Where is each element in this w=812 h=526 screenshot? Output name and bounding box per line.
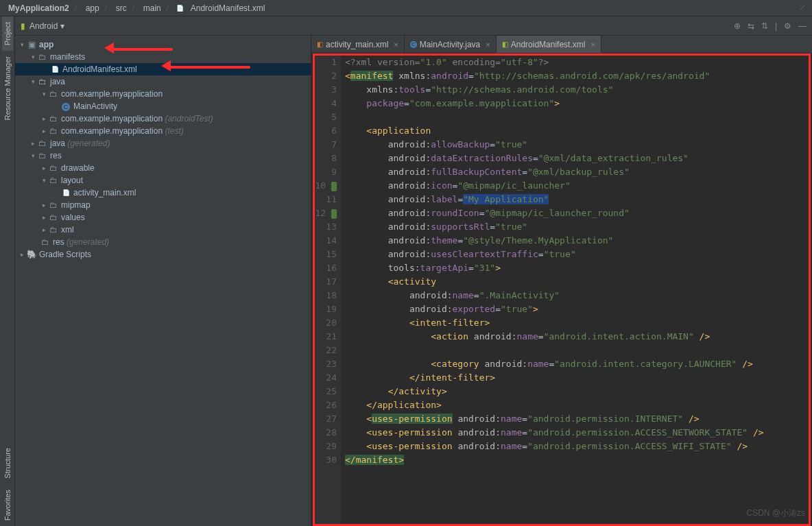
code-line[interactable]: <manifest xmlns:android="http://schemas.… xyxy=(345,69,809,83)
code-line[interactable] xyxy=(345,344,809,357)
code-line[interactable]: <uses-permission android:name="android.p… xyxy=(345,426,809,440)
line-number[interactable]: 27 xyxy=(315,412,337,426)
tree-node-manifests[interactable]: ▾🗀manifests xyxy=(15,51,311,63)
line-number[interactable]: 20 xyxy=(315,316,337,330)
line-number[interactable]: 9 xyxy=(315,165,337,179)
code-line[interactable]: android:usesCleartextTraffic="true" xyxy=(345,248,809,261)
code-line[interactable]: </manifest> xyxy=(345,453,809,467)
code-area[interactable]: <?xml version="1.0" encoding="utf-8"?><m… xyxy=(341,56,809,524)
line-number[interactable]: 17 xyxy=(315,275,337,289)
tree-node-mipmap[interactable]: ▸🗀mipmap xyxy=(15,199,311,211)
tree-node-gradle-scripts[interactable]: ▸🐘Gradle Scripts xyxy=(15,248,311,261)
line-number[interactable]: 15 xyxy=(315,248,337,261)
code-line[interactable]: android:allowBackup="true" xyxy=(345,138,809,152)
tree-node-java-generated[interactable]: ▸🗀java (generated) xyxy=(15,137,311,150)
code-line[interactable]: android:label="My Application" xyxy=(345,193,809,206)
side-tab-structure[interactable]: Structure xyxy=(2,442,13,484)
line-number[interactable]: 26 xyxy=(315,398,337,412)
line-number[interactable]: 22 xyxy=(315,344,337,357)
line-number[interactable]: 14 xyxy=(315,234,337,248)
code-line[interactable]: </application> xyxy=(345,398,809,412)
close-icon[interactable]: × xyxy=(590,40,595,49)
line-number[interactable]: 7 xyxy=(315,138,337,152)
tree-node-package-androidtest[interactable]: ▸🗀com.example.myapplication (androidTest… xyxy=(15,112,311,125)
line-number[interactable]: 25 xyxy=(315,385,337,398)
line-number[interactable]: 19 xyxy=(315,302,337,316)
crumb-src[interactable]: src xyxy=(113,3,130,13)
line-number[interactable]: 4 xyxy=(315,97,337,110)
editor-tab[interactable]: ◧AndroidManifest.xml× xyxy=(497,36,601,53)
code-line[interactable]: android:name=".MainActivity" xyxy=(345,289,809,302)
line-number[interactable]: 1 xyxy=(315,56,337,69)
code-line[interactable]: </intent-filter> xyxy=(345,371,809,385)
code-line[interactable]: android:exported="true"> xyxy=(345,302,809,316)
line-number[interactable]: 16 xyxy=(315,261,337,275)
line-number[interactable]: 2 xyxy=(315,69,337,83)
code-line[interactable]: android:icon="@mipmap/ic_launcher" xyxy=(345,179,809,193)
hide-panel-icon[interactable]: — xyxy=(798,21,807,31)
tree-node-xml[interactable]: ▸🗀xml xyxy=(15,224,311,236)
code-line[interactable]: <activity xyxy=(345,275,809,289)
line-number[interactable]: 28 xyxy=(315,426,337,440)
tree-node-res[interactable]: ▾🗀res xyxy=(15,150,311,162)
view-mode-dropdown[interactable]: Android ▾ xyxy=(29,21,64,31)
tree-node-res-generated[interactable]: 🗀res (generated) xyxy=(15,236,311,248)
code-line[interactable]: android:roundIcon="@mipmap/ic_launcher_r… xyxy=(345,206,809,220)
code-line[interactable]: tools:targetApi="31"> xyxy=(345,261,809,275)
code-line[interactable]: xmlns:tools="http://schemas.android.com/… xyxy=(345,83,809,97)
line-number[interactable]: 23 xyxy=(315,357,337,371)
crumb-main[interactable]: main xyxy=(141,3,164,13)
code-line[interactable]: android:supportsRtl="true" xyxy=(345,220,809,234)
code-line[interactable]: <intent-filter> xyxy=(345,316,809,330)
locate-icon[interactable]: ⊕ xyxy=(734,21,741,31)
collapse-all-icon[interactable]: ⇅ xyxy=(761,21,768,31)
line-number[interactable]: 12 xyxy=(315,206,337,220)
gear-icon[interactable]: ⚙ xyxy=(784,21,791,31)
side-tab-project[interactable]: Project xyxy=(2,16,13,51)
line-number[interactable]: 6 xyxy=(315,124,337,138)
tree-node-layout[interactable]: ▾🗀layout xyxy=(15,174,311,187)
line-number[interactable]: 3 xyxy=(315,83,337,97)
code-line[interactable] xyxy=(345,110,809,124)
tree-node-manifest-file[interactable]: 📄AndroidManifest.xml xyxy=(15,63,311,75)
code-line[interactable]: <?xml version="1.0" encoding="utf-8"?> xyxy=(345,56,809,69)
line-number[interactable]: 21 xyxy=(315,330,337,344)
line-number[interactable]: 10 xyxy=(315,179,337,193)
line-number[interactable]: 13 xyxy=(315,220,337,234)
tree-node-package-test[interactable]: ▸🗀com.example.myapplication (test) xyxy=(15,125,311,137)
line-number[interactable]: 5 xyxy=(315,110,337,124)
code-line[interactable]: <application xyxy=(345,124,809,138)
editor-tab[interactable]: CMainActivity.java× xyxy=(405,36,497,53)
line-number[interactable]: 18 xyxy=(315,289,337,302)
code-line[interactable]: package="com.example.myapplication"> xyxy=(345,97,809,110)
tree-node-values[interactable]: ▸🗀values xyxy=(15,211,311,224)
code-line[interactable]: android:fullBackupContent="@xml/backup_r… xyxy=(345,165,809,179)
line-number[interactable]: 8 xyxy=(315,152,337,165)
gutter[interactable]: 12345678910 1112 13141516171819202122232… xyxy=(315,56,341,524)
close-icon[interactable]: × xyxy=(486,40,490,49)
code-line[interactable]: <uses-permission android:name="android.p… xyxy=(345,412,809,426)
line-number[interactable]: 29 xyxy=(315,440,337,453)
code-line[interactable]: <action android:name="android.intent.act… xyxy=(345,330,809,344)
tree-node-activity-main-xml[interactable]: 📄activity_main.xml xyxy=(15,187,311,199)
code-line[interactable]: <uses-permission android:name="android.p… xyxy=(345,440,809,453)
tree-node-drawable[interactable]: ▸🗀drawable xyxy=(15,162,311,174)
line-number[interactable]: 11 xyxy=(315,193,337,206)
build-indicator-icon[interactable]: ⟋ xyxy=(798,3,807,12)
tree-node-package-main[interactable]: ▾🗀com.example.myapplication xyxy=(15,88,311,100)
code-line[interactable]: android:dataExtractionRules="@xml/data_e… xyxy=(345,152,809,165)
crumb-module[interactable]: app xyxy=(83,3,102,13)
code-line[interactable]: <category android:name="android.intent.c… xyxy=(345,357,809,371)
line-number[interactable]: 24 xyxy=(315,371,337,385)
code-line[interactable]: </activity> xyxy=(345,385,809,398)
code-line[interactable]: android:theme="@style/Theme.MyApplicatio… xyxy=(345,234,809,248)
crumb-file[interactable]: AndroidManifest.xml xyxy=(188,3,268,13)
breadcrumb[interactable]: MyApplication2〉 app〉 src〉 main〉 📄 Androi… xyxy=(0,0,812,16)
close-icon[interactable]: × xyxy=(394,40,398,49)
code-editor[interactable]: 12345678910 1112 13141516171819202122232… xyxy=(313,53,811,526)
side-tab-resmgr[interactable]: Resource Manager xyxy=(2,51,13,126)
editor-tab[interactable]: ◧activity_main.xml× xyxy=(311,36,405,53)
expand-all-icon[interactable]: ⇆ xyxy=(748,21,754,31)
tree-node-java[interactable]: ▾🗀java xyxy=(15,75,311,88)
tree-node-main-activity[interactable]: CMainActivity xyxy=(15,100,311,112)
